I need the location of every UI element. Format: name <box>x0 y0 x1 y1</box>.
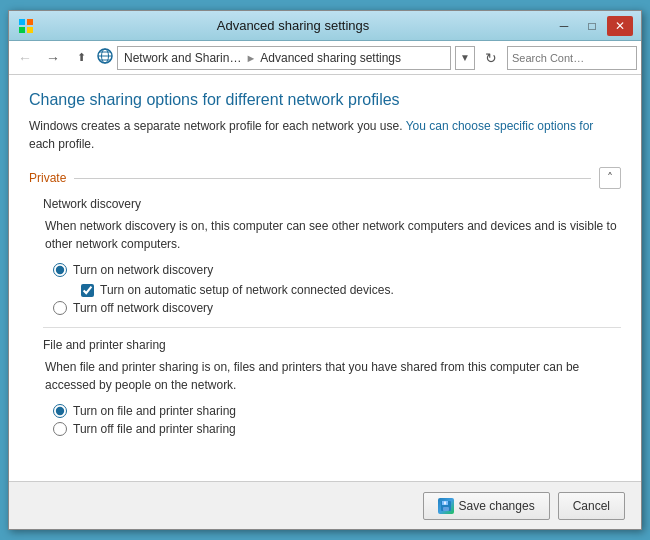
file-printer-options: Turn on file and printer sharing Turn of… <box>53 404 621 436</box>
network-icon <box>97 48 113 67</box>
window-controls: ─ □ ✕ <box>551 16 633 36</box>
auto-setup-label: Turn on automatic setup of network conne… <box>100 283 394 297</box>
desc-start: Windows creates a separate network profi… <box>29 119 403 133</box>
address-path[interactable]: Network and Sharin… ► Advanced sharing s… <box>117 46 451 70</box>
minimize-button[interactable]: ─ <box>551 16 577 36</box>
network-discovery-title: Network discovery <box>43 197 621 211</box>
turn-off-discovery-radio[interactable] <box>53 301 67 315</box>
svg-rect-12 <box>444 501 446 504</box>
window-title: Advanced sharing settings <box>35 18 551 33</box>
turn-on-discovery-option[interactable]: Turn on network discovery <box>53 263 621 277</box>
section-divider <box>74 178 591 179</box>
page-description: Windows creates a separate network profi… <box>29 117 621 153</box>
main-window: Advanced sharing settings ─ □ ✕ ← → ⬆ Ne… <box>8 10 642 530</box>
desc-link[interactable]: You can choose specific options for <box>406 119 594 133</box>
up-button[interactable]: ⬆ <box>69 46 93 70</box>
file-printer-desc: When file and printer sharing is on, fil… <box>45 358 621 394</box>
save-changes-button[interactable]: Save changes <box>423 492 550 520</box>
turn-off-sharing-option[interactable]: Turn off file and printer sharing <box>53 422 621 436</box>
file-printer-section: File and printer sharing When file and p… <box>43 338 621 436</box>
maximize-button[interactable]: □ <box>579 16 605 36</box>
svg-rect-1 <box>27 19 33 25</box>
network-discovery-desc: When network discovery is on, this compu… <box>45 217 621 253</box>
auto-setup-checkbox[interactable] <box>81 284 94 297</box>
private-section-header: Private ˄ <box>29 167 621 189</box>
network-discovery-options: Turn on network discovery Turn on automa… <box>53 263 621 315</box>
save-icon <box>438 498 454 514</box>
content-area: Change sharing options for different net… <box>9 75 641 481</box>
turn-off-sharing-label: Turn off file and printer sharing <box>73 422 236 436</box>
path-part2: Advanced sharing settings <box>260 51 401 65</box>
back-button[interactable]: ← <box>13 46 37 70</box>
footer: Save changes Cancel <box>9 481 641 529</box>
save-changes-label: Save changes <box>459 499 535 513</box>
address-dropdown[interactable]: ▼ <box>455 46 475 70</box>
path-separator: ► <box>245 52 256 64</box>
turn-on-discovery-radio[interactable] <box>53 263 67 277</box>
close-button[interactable]: ✕ <box>607 16 633 36</box>
title-bar: Advanced sharing settings ─ □ ✕ <box>9 11 641 41</box>
turn-off-discovery-option[interactable]: Turn off network discovery <box>53 301 621 315</box>
forward-button[interactable]: → <box>41 46 65 70</box>
turn-off-discovery-label: Turn off network discovery <box>73 301 213 315</box>
turn-on-discovery-label: Turn on network discovery <box>73 263 213 277</box>
section-inner-divider <box>43 327 621 328</box>
svg-rect-3 <box>27 27 33 33</box>
turn-off-sharing-radio[interactable] <box>53 422 67 436</box>
path-part1: Network and Sharin… <box>124 51 241 65</box>
network-discovery-section: Network discovery When network discovery… <box>43 197 621 315</box>
page-title: Change sharing options for different net… <box>29 91 621 109</box>
private-section-label: Private <box>29 171 66 185</box>
svg-rect-0 <box>19 19 25 25</box>
search-input[interactable] <box>508 52 650 64</box>
turn-on-sharing-label: Turn on file and printer sharing <box>73 404 236 418</box>
search-box: 🔍 <box>507 46 637 70</box>
refresh-button[interactable]: ↻ <box>479 46 503 70</box>
desc-end: each profile. <box>29 137 94 151</box>
turn-on-sharing-radio[interactable] <box>53 404 67 418</box>
turn-on-sharing-option[interactable]: Turn on file and printer sharing <box>53 404 621 418</box>
window-icon <box>17 17 35 35</box>
private-section-collapse[interactable]: ˄ <box>599 167 621 189</box>
cancel-button[interactable]: Cancel <box>558 492 625 520</box>
svg-rect-11 <box>443 507 449 511</box>
file-printer-title: File and printer sharing <box>43 338 621 352</box>
auto-setup-option[interactable]: Turn on automatic setup of network conne… <box>81 283 621 297</box>
address-bar: ← → ⬆ Network and Sharin… ► Advanced sha… <box>9 41 641 75</box>
svg-rect-2 <box>19 27 25 33</box>
